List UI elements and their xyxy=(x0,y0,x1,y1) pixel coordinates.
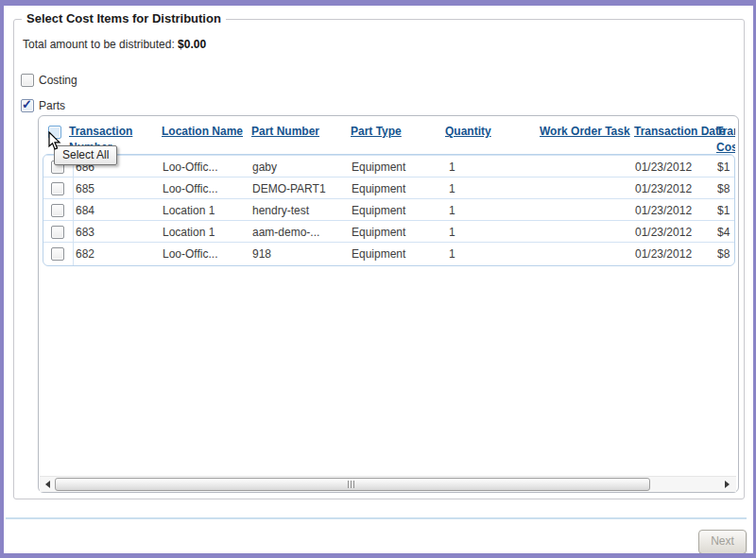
cell-quantity: 1 xyxy=(449,161,455,174)
total-amount-line: Total amount to be distributed: $0.00 xyxy=(23,38,206,51)
cell-transaction-cost: $1 xyxy=(717,161,732,174)
scroll-left-arrow-icon[interactable] xyxy=(43,480,54,490)
cell-part-number: 918 xyxy=(252,247,271,261)
window-border-left xyxy=(0,0,4,558)
cost-items-table: Transaction Number Location Name Part Nu… xyxy=(38,115,739,493)
parts-checkbox[interactable] xyxy=(21,99,34,112)
total-amount-value: $0.00 xyxy=(178,38,206,51)
scrollbar-thumb[interactable] xyxy=(55,478,650,491)
total-amount-label: Total amount to be distributed: xyxy=(23,38,175,51)
cell-transaction-cost: $8 xyxy=(717,182,732,195)
row-checkbox[interactable] xyxy=(51,247,64,261)
table-row[interactable]: 683 Location 1 aam-demo-... Equipment 1 … xyxy=(43,220,734,242)
table-row[interactable]: 685 Loo-Offic... DEMO-PART1 Equipment 1 … xyxy=(43,177,734,198)
cell-transaction-date: 01/23/2012 xyxy=(635,204,692,217)
table-row[interactable]: 686 Loo-Offic... gaby Equipment 1 01/23/… xyxy=(43,155,734,177)
table-row[interactable]: 684 Location 1 hendry-test Equipment 1 0… xyxy=(43,198,734,220)
window-border-bottom xyxy=(0,553,756,558)
cell-transaction-number: 684 xyxy=(76,204,94,217)
cell-part-type: Equipment xyxy=(352,247,405,261)
cell-transaction-number: 685 xyxy=(76,182,94,195)
costing-checkbox-label: Costing xyxy=(39,74,77,87)
cell-location-name: Location 1 xyxy=(163,226,215,239)
cell-transaction-cost: $1 xyxy=(717,204,732,217)
window-border-top xyxy=(0,0,756,6)
mouse-cursor-icon xyxy=(48,131,61,154)
table-row[interactable]: 682 Loo-Offic... 918 Equipment 1 01/23/2… xyxy=(43,242,734,263)
cell-part-number: hendry-test xyxy=(252,204,309,217)
row-checkbox[interactable] xyxy=(51,226,64,239)
cell-part-number: gaby xyxy=(252,161,277,174)
cell-part-number: DEMO-PART1 xyxy=(252,182,326,195)
column-header-part-type[interactable]: Part Type xyxy=(351,124,402,140)
cell-quantity: 1 xyxy=(449,182,455,195)
column-header-transaction-cost[interactable]: Transaction Cost xyxy=(716,124,735,156)
parts-checkbox-label: Parts xyxy=(39,99,65,112)
footer-divider xyxy=(6,517,747,519)
table-rows-group: 686 Loo-Offic... gaby Equipment 1 01/23/… xyxy=(43,154,735,266)
cell-location-name: Location 1 xyxy=(163,204,215,217)
cell-part-number: aam-demo-... xyxy=(252,226,319,239)
next-button[interactable]: Next xyxy=(698,530,747,554)
cell-part-type: Equipment xyxy=(352,161,405,174)
cell-transaction-date: 01/23/2012 xyxy=(635,182,692,195)
cell-quantity: 1 xyxy=(449,247,455,261)
cell-transaction-date: 01/23/2012 xyxy=(635,161,692,174)
cell-location-name: Loo-Offic... xyxy=(163,182,217,195)
row-checkbox[interactable] xyxy=(51,182,64,195)
column-header-transaction-date[interactable]: Transaction Date xyxy=(634,124,726,140)
cell-part-type: Equipment xyxy=(352,226,405,239)
cell-quantity: 1 xyxy=(449,226,455,239)
page-title: Select Cost Items for Distribution xyxy=(22,11,226,25)
scroll-right-arrow-icon[interactable] xyxy=(721,480,732,490)
cell-transaction-number: 682 xyxy=(76,247,94,261)
cell-part-type: Equipment xyxy=(352,204,405,217)
cell-quantity: 1 xyxy=(449,204,455,217)
cell-transaction-number: 683 xyxy=(76,226,94,239)
cell-transaction-date: 01/23/2012 xyxy=(635,226,692,239)
cell-part-type: Equipment xyxy=(352,182,405,195)
costing-checkbox[interactable] xyxy=(21,74,34,87)
horizontal-scrollbar[interactable] xyxy=(40,476,736,492)
column-header-work-order-task[interactable]: Work Order Task xyxy=(540,124,630,140)
cell-transaction-cost: $8 xyxy=(717,247,732,261)
row-checkbox[interactable] xyxy=(51,204,64,217)
column-header-part-number[interactable]: Part Number xyxy=(251,124,319,140)
scrollbar-grip-icon xyxy=(348,481,356,488)
cell-transaction-date: 01/23/2012 xyxy=(635,247,692,261)
select-cost-items-dialog: Select Cost Items for Distribution Total… xyxy=(0,0,756,558)
cell-location-name: Loo-Offic... xyxy=(163,247,217,261)
select-all-tooltip: Select All xyxy=(54,145,117,165)
column-header-location-name[interactable]: Location Name xyxy=(162,124,243,140)
cell-location-name: Loo-Offic... xyxy=(163,161,217,174)
column-header-quantity[interactable]: Quantity xyxy=(445,124,491,140)
cell-transaction-cost: $4 xyxy=(717,226,732,239)
